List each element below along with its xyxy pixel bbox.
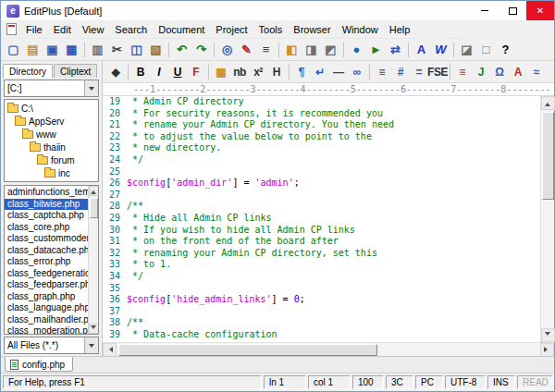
file-list-scrollbar[interactable] — [88, 186, 98, 334]
folder-tree-item[interactable]: AppServ — [5, 115, 98, 128]
heading-button[interactable]: H — [267, 63, 286, 81]
align-left-button[interactable]: ≡ — [373, 63, 391, 81]
redo-button[interactable]: ↷ — [191, 40, 211, 59]
nbsp-button[interactable]: nb — [230, 63, 249, 81]
scroll-down-button[interactable] — [541, 328, 555, 342]
scroll-track[interactable] — [541, 110, 555, 328]
help-button[interactable]: ? — [496, 40, 515, 59]
sidebar-tab-cliptext[interactable]: Cliptext — [54, 64, 97, 78]
word-wrap-button[interactable]: W — [431, 40, 450, 59]
scroll-thumb[interactable] — [118, 344, 377, 356]
print-button[interactable]: ▥ — [88, 40, 107, 59]
underline-button[interactable]: U — [168, 63, 187, 81]
script-button[interactable]: J — [472, 63, 490, 81]
cut-button[interactable]: ✂ — [107, 40, 127, 59]
file-list-item[interactable]: class_bitwise.php — [5, 199, 88, 211]
find-button[interactable]: ◎ — [217, 40, 237, 59]
scroll-up-button[interactable] — [541, 96, 555, 110]
drive-selector[interactable]: [C:] — [4, 80, 99, 97]
paragraph-button[interactable]: ¶ — [292, 63, 311, 81]
scroll-track[interactable] — [117, 343, 540, 357]
toggle-cliptext-button[interactable]: ◨ — [302, 40, 321, 59]
file-list-item[interactable]: class_datacache.php — [5, 245, 88, 257]
scroll-right-button[interactable] — [540, 343, 554, 357]
table-row-button[interactable]: = — [410, 63, 428, 81]
special-button[interactable]: ≈ — [527, 63, 546, 81]
copy-button[interactable]: ◫ — [127, 40, 146, 59]
scroll-thumb[interactable] — [542, 112, 554, 200]
undo-button[interactable]: ↶ — [172, 40, 191, 59]
scroll-thumb[interactable] — [90, 198, 98, 218]
table-button[interactable]: # — [391, 63, 410, 81]
find-in-files-button[interactable]: ≡ — [256, 40, 276, 59]
italic-button[interactable]: I — [150, 63, 168, 81]
file-list-item[interactable]: class_language.php — [5, 302, 88, 314]
save-button[interactable]: ▣ — [43, 40, 62, 59]
file-list-item[interactable]: class_core.php — [5, 222, 88, 234]
char-map-button[interactable]: Ω — [490, 63, 509, 81]
document-tab[interactable]: config.php — [5, 357, 73, 372]
scroll-down-button[interactable] — [89, 324, 99, 334]
folder-tree-item[interactable]: inc — [5, 166, 98, 179]
scroll-up-button[interactable] — [89, 186, 99, 196]
paste-button[interactable]: ▧ — [146, 40, 166, 59]
horizontal-scrollbar[interactable] — [103, 342, 554, 356]
file-list-item[interactable]: adminfunctions_templ — [5, 187, 88, 199]
line-break-button[interactable]: ↵ — [311, 63, 329, 81]
document-menu-icon[interactable] — [6, 23, 17, 35]
minimize-button[interactable] — [471, 1, 499, 20]
text-color-button[interactable]: A — [509, 63, 527, 81]
folder-tree-item[interactable]: C:\ — [5, 102, 98, 115]
bold-button[interactable]: B — [131, 63, 150, 81]
browser-button[interactable]: ● — [347, 40, 366, 59]
drive-selector-dropdown-button[interactable] — [84, 80, 98, 96]
html-tag-button[interactable]: ◆ — [106, 63, 125, 81]
file-filter-selector[interactable]: All Files (*.*) — [4, 337, 99, 354]
file-list-item[interactable]: class_feedgeneration.php — [5, 268, 88, 280]
superscript-button[interactable]: x² — [249, 63, 267, 81]
replace-button[interactable]: ✎ — [237, 40, 256, 59]
hyperlink-button[interactable]: ∞ — [348, 63, 366, 81]
list-button[interactable]: ≡ — [453, 63, 472, 81]
menu-item-search[interactable]: Search — [109, 22, 153, 37]
menu-item-tools[interactable]: Tools — [253, 22, 289, 37]
hr-button[interactable]: ― — [329, 63, 348, 81]
menu-item-document[interactable]: Document — [153, 22, 210, 37]
view-in-browser-button[interactable]: ► — [366, 40, 386, 59]
file-filter-dropdown-button[interactable] — [84, 337, 98, 353]
maximize-button[interactable] — [499, 1, 526, 20]
sync-scroll-button[interactable]: ⇄ — [386, 40, 405, 59]
menu-item-browser[interactable]: Browser — [288, 22, 336, 37]
close-button[interactable]: ✕ — [526, 1, 554, 20]
menu-item-file[interactable]: File — [20, 22, 48, 37]
new-document-button[interactable]: ▢ — [4, 40, 23, 59]
sidebar-tab-directory[interactable]: Directory — [3, 64, 53, 78]
window-list-button[interactable]: ◪ — [457, 40, 476, 59]
open-file-button[interactable]: ▤ — [23, 40, 43, 59]
save-all-button[interactable]: ▦ — [62, 40, 81, 59]
code-area[interactable]: 19 * Admin CP directory20 * For security… — [103, 96, 540, 342]
menu-item-edit[interactable]: Edit — [48, 22, 77, 37]
file-list-item[interactable]: class_error.php — [5, 256, 88, 268]
scroll-track[interactable] — [89, 196, 99, 324]
folder-tree-item[interactable]: www — [5, 128, 98, 141]
file-list-item[interactable]: class_custommoderati — [5, 233, 88, 245]
folder-tree-item[interactable]: forum — [5, 153, 98, 166]
file-list-item[interactable]: class_graph.php — [5, 291, 88, 303]
file-list-item[interactable]: class_feedparser.php — [5, 279, 88, 291]
menu-item-project[interactable]: Project — [210, 22, 253, 37]
file-list-item[interactable]: class_moderation.php — [5, 325, 88, 334]
file-list-item[interactable]: class_mailhandler.php — [5, 314, 88, 326]
toggle-directory-button[interactable]: ◧ — [282, 40, 302, 59]
file-list-item[interactable]: class_captcha.php — [5, 210, 88, 222]
scroll-left-button[interactable] — [103, 343, 117, 357]
menu-item-help[interactable]: Help — [384, 22, 416, 37]
image-button[interactable]: ▦ — [212, 63, 230, 81]
new-window-button[interactable]: □ — [476, 40, 496, 59]
vertical-scrollbar[interactable] — [540, 96, 554, 342]
font-button[interactable]: F — [187, 63, 205, 81]
toggle-output-button[interactable]: ◩ — [321, 40, 340, 59]
folder-tree-item[interactable]: thaiin — [5, 141, 98, 153]
spell-check-button[interactable]: A — [412, 40, 431, 59]
menu-item-window[interactable]: Window — [337, 22, 384, 37]
